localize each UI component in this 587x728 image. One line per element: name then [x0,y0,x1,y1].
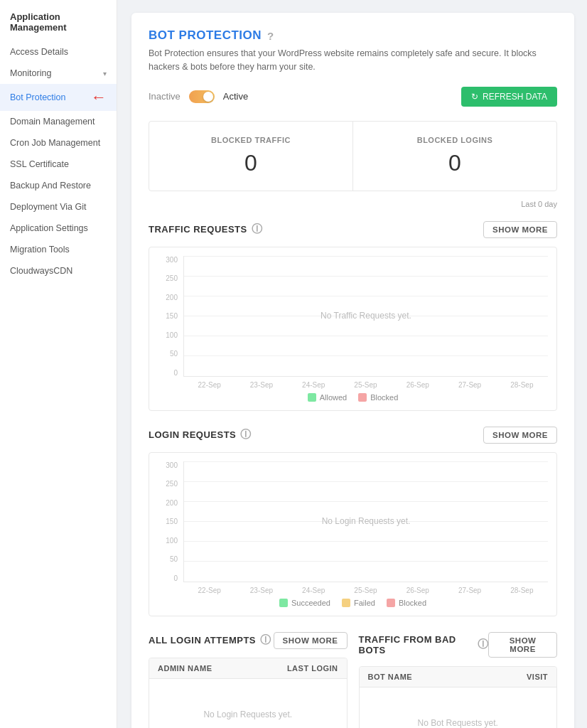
x-axis: 22-Sep 23-Sep 24-Sep 25-Sep 26-Sep 27-Se… [158,377,548,389]
sidebar-item-bot-protection[interactable]: Bot Protection ← [0,84,117,111]
login-no-data: No Login Requests yet. [322,516,411,526]
bot-name-col-header: BOT NAME [368,673,458,681]
refresh-data-button[interactable]: ↻ REFRESH DATA [461,87,557,107]
login-attempts-body: No Login Requests yet. [149,679,347,729]
sidebar-item-ssl-certificate[interactable]: SSL Certificate [0,154,117,175]
legend-login-blocked-dot [387,599,395,607]
login-attempts-title: ALL LOGIN ATTEMPTS ⓘ [149,633,271,647]
toggle-row: Inactive Active ↻ REFRESH DATA [149,87,557,107]
blocked-traffic-value: 0 [161,150,341,176]
legend-allowed: Allowed [308,393,348,402]
refresh-icon: ↻ [471,92,478,102]
login-requests-chart: 300 250 200 150 100 50 0 [149,452,557,616]
main-content: BOT PROTECTION ? Bot Protection ensures … [117,0,587,728]
legend-allowed-dot [308,393,316,402]
active-label: Active [223,91,248,102]
bad-bots-table: BOT NAME VISIT No Bot Requests yet. [359,666,558,729]
sidebar-item-label: Domain Management [10,117,95,127]
traffic-requests-section: TRAFFIC REQUESTS ⓘ SHOW MORE 300 250 200… [149,221,557,411]
bot-protection-toggle[interactable] [189,90,215,103]
legend-failed-dot [342,599,350,607]
all-login-attempts-section: ALL LOGIN ATTEMPTS ⓘ SHOW MORE ADMIN NAM… [149,632,348,729]
login-x-axis: 22-Sep 23-Sep 24-Sep 25-Sep 26-Sep 27-Se… [158,582,548,594]
legend-login-blocked: Blocked [387,599,426,607]
blocked-logins-stat: BLOCKED LOGINS 0 [353,122,556,191]
traffic-requests-help-icon[interactable]: ⓘ [252,223,263,236]
bottom-row: ALL LOGIN ATTEMPTS ⓘ SHOW MORE ADMIN NAM… [149,632,557,729]
sidebar-item-label: Bot Protection [10,92,66,102]
help-icon[interactable]: ? [267,30,274,42]
sidebar-item-label: Migration Tools [10,245,70,255]
login-attempts-help-icon[interactable]: ⓘ [260,633,271,647]
sidebar-item-monitoring[interactable]: Monitoring ▾ [0,63,117,84]
stats-row: BLOCKED TRAFFIC 0 BLOCKED LOGINS 0 [149,121,557,191]
page-title-row: BOT PROTECTION ? [149,28,557,43]
sidebar-item-label: Monitoring [10,68,51,78]
sidebar-item-backup-restore[interactable]: Backup And Restore [0,175,117,196]
traffic-requests-header: TRAFFIC REQUESTS ⓘ SHOW MORE [149,221,557,238]
y-axis: 300 250 200 150 100 50 0 [158,256,183,377]
chart-plot: No Traffic Requests yet. [183,256,548,377]
sidebar-item-label: CloudwaysCDN [10,266,72,276]
login-legend: Succeeded Failed Blocked [158,599,548,610]
traffic-no-data: No Traffic Requests yet. [321,311,411,321]
login-attempts-header: ALL LOGIN ATTEMPTS ⓘ SHOW MORE [149,632,348,649]
bad-bots-section: TRAFFIC FROM BAD BOTS ⓘ SHOW MORE BOT NA… [359,632,558,729]
bad-bots-body: No Bot Requests yet. [360,687,557,729]
page-description: Bot Protection ensures that your WordPre… [149,47,557,74]
sidebar: Application Management Access Details Mo… [0,0,117,728]
sidebar-title: Application Management [0,11,117,41]
legend-blocked-dot [358,393,367,402]
last-login-col-header: LAST LOGIN [248,664,338,673]
sidebar-item-label: Deployment Via Git [10,202,86,212]
refresh-button-label: REFRESH DATA [483,92,547,102]
login-attempts-header-row: ADMIN NAME LAST LOGIN [149,658,347,679]
sidebar-item-cloudways-cdn[interactable]: CloudwaysCDN [0,260,117,282]
login-requests-show-more[interactable]: SHOW MORE [483,427,557,444]
legend-succeeded: Succeeded [279,599,330,607]
blocked-logins-value: 0 [365,150,545,176]
red-arrow-icon: ← [91,90,107,105]
blocked-logins-label: BLOCKED LOGINS [365,136,545,144]
sidebar-item-label: Application Settings [10,223,88,233]
bad-bots-title: TRAFFIC FROM BAD BOTS ⓘ [359,634,489,655]
bad-bots-show-more[interactable]: SHOW MORE [488,632,557,658]
content-card: BOT PROTECTION ? Bot Protection ensures … [131,13,574,728]
login-attempts-show-more[interactable]: SHOW MORE [274,632,348,649]
admin-name-col-header: ADMIN NAME [158,664,248,673]
login-chart-area: 300 250 200 150 100 50 0 [158,461,548,582]
chart-area: 300 250 200 150 100 50 0 [158,256,548,377]
login-y-axis: 300 250 200 150 100 50 0 [158,461,183,582]
traffic-legend: Allowed Blocked [158,393,548,405]
login-attempts-no-data: No Login Requests yet. [203,710,292,719]
login-requests-title: LOGIN REQUESTS ⓘ [149,428,252,441]
sidebar-item-domain-management[interactable]: Domain Management [0,111,117,132]
login-chart-plot: No Login Requests yet. [183,461,548,582]
blocked-traffic-stat: BLOCKED TRAFFIC 0 [149,122,353,191]
sidebar-item-migration-tools[interactable]: Migration Tools [0,239,117,260]
sidebar-item-label: Cron Job Management [10,138,100,148]
sidebar-item-label: SSL Certificate [10,159,69,169]
login-requests-header: LOGIN REQUESTS ⓘ SHOW MORE [149,427,557,444]
sidebar-item-label: Backup And Restore [10,181,91,191]
page-title: BOT PROTECTION [149,28,262,43]
sidebar-item-deployment-git[interactable]: Deployment Via Git [0,196,117,218]
bad-bots-header-row: BOT NAME VISIT [360,667,557,687]
login-attempts-table: ADMIN NAME LAST LOGIN No Login Requests … [149,658,348,729]
bad-bots-no-data: No Bot Requests yet. [418,718,498,728]
bad-bots-help-icon[interactable]: ⓘ [478,638,489,651]
sidebar-item-cron-job-management[interactable]: Cron Job Management [0,132,117,154]
last-day: Last 0 day [149,200,557,208]
login-requests-help-icon[interactable]: ⓘ [240,428,252,441]
sidebar-item-access-details[interactable]: Access Details [0,41,117,63]
legend-blocked: Blocked [358,393,398,402]
traffic-requests-title: TRAFFIC REQUESTS ⓘ [149,223,262,236]
bad-bots-header: TRAFFIC FROM BAD BOTS ⓘ SHOW MORE [359,632,558,658]
traffic-requests-show-more[interactable]: SHOW MORE [483,221,557,238]
legend-failed: Failed [342,599,375,607]
traffic-requests-chart: 300 250 200 150 100 50 0 [149,247,557,411]
sidebar-item-app-settings[interactable]: Application Settings [0,218,117,239]
chevron-down-icon: ▾ [103,70,107,77]
login-requests-section: LOGIN REQUESTS ⓘ SHOW MORE 300 250 200 1… [149,427,557,616]
visit-col-header: VISIT [458,673,548,681]
